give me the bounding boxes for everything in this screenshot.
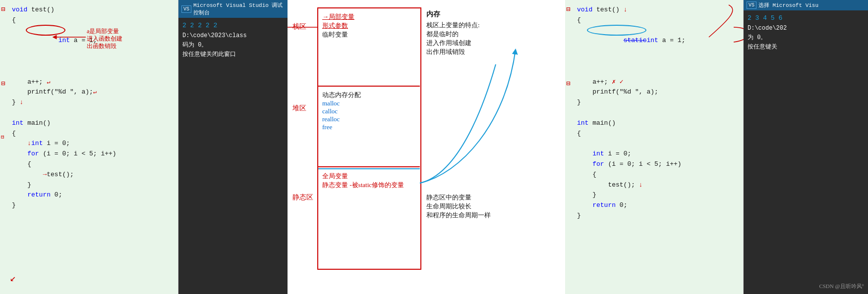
r-code-line-11: int i = 0;: [577, 149, 739, 159]
code-line-1: void test(): [12, 5, 174, 15]
console-line-1: 2 2 2 2 2: [182, 21, 284, 31]
r-code-line-14: test(); ↓: [577, 180, 739, 191]
heap-label: 堆区: [292, 104, 306, 113]
heap-calloc: calloc: [322, 107, 416, 115]
down-arrow-i: ↓: [27, 140, 31, 147]
heap-title: 动态内存分配: [322, 91, 416, 99]
r-console-line-3: 为 0。: [748, 33, 864, 43]
oval-highlight-a: [26, 25, 65, 36]
code-line-8: int main(): [12, 118, 174, 129]
r-code-line-9: {: [577, 129, 739, 139]
keyword-int-1: int: [58, 37, 70, 44]
minus-icon-1: ⊟: [1, 5, 5, 13]
r-code-line-5: printf("%d ", a);: [577, 87, 739, 98]
r-code-line-10: [577, 139, 739, 149]
console-line-2: D:\code\2023\class: [182, 31, 284, 41]
r-keyword-void: void: [577, 6, 592, 13]
static-box: 全局变量 静态变量 -被static修饰的变量: [318, 168, 420, 243]
code-line-4: a++; ↵: [12, 77, 174, 88]
r-int-keyword: int: [646, 37, 658, 44]
r-code-line-1: void test() ↓: [577, 5, 739, 15]
keyword-for: for: [27, 150, 39, 157]
console-content-right: 2 3 4 5 6 D:\code\202 为 0。 按任意键关: [748, 13, 864, 52]
stack-title: →局部变量: [322, 12, 416, 21]
keyword-return: return: [27, 191, 51, 198]
r-code-line-15: }: [577, 190, 739, 200]
r-code-line-8: int main(): [577, 118, 739, 129]
r-static-keyword: static: [624, 37, 647, 44]
console-content-left: 2 2 2 2 2 D:\code\2023\class 码为 0。 按任意键关…: [182, 21, 284, 59]
r-code-line-4: a++; ✗ ✓: [577, 77, 739, 88]
minus-icon-r1: ⊟: [566, 5, 570, 13]
code-line-7: [12, 108, 174, 118]
left-code-panel: ⊟ void test() { int a = 1; a++; ↵ printf…: [0, 0, 178, 294]
stack-label: 栈区: [292, 22, 306, 31]
heap-realloc: realloc: [322, 115, 416, 123]
stack-box: →局部变量 形式参数 临时变量: [318, 10, 420, 87]
code-line-13: →test();: [12, 170, 174, 180]
console-line-4: 按任意键关闭此窗口: [182, 50, 284, 59]
annotation-exit: 出函数销毁: [87, 42, 116, 50]
static-description: 静态区中的变量 生命周期比较长 和程序的生命周期一样: [426, 193, 491, 220]
stack-desc-2: 进入作用域创建: [426, 39, 480, 48]
r-code-line-12: for (i = 0; i < 5; i++): [577, 159, 739, 170]
minus-icon-r2: ⊟: [566, 79, 570, 88]
code-line-9: {: [12, 129, 174, 139]
code-line-10: ↓int i = 0;: [12, 139, 174, 149]
bottom-arrow: ↙: [10, 272, 16, 284]
vs-icon-right: VS: [747, 1, 756, 9]
csdn-watermark: CSDN @且听吟风°: [819, 283, 864, 290]
stack-desc-3: 出作用域销毁: [426, 48, 480, 56]
r-code-line-3: staticint a = 1;: [577, 26, 739, 77]
code-line-2: {: [12, 15, 174, 26]
heap-box: 动态内存分配 malloc calloc realloc free: [318, 88, 420, 167]
down-mark-1: ↓: [20, 98, 24, 106]
r-cross-2: ✓: [620, 78, 624, 86]
return-arrow-1: ↵: [93, 89, 97, 96]
static-label: 静态区: [292, 193, 313, 202]
keyword-int-i: int: [31, 140, 43, 147]
main-container: ⊟ void test() { int a = 1; a++; ↵ printf…: [0, 0, 868, 294]
r-code-line-2: {: [577, 15, 739, 26]
oval-static-highlight: [587, 25, 646, 36]
r-code-line-6: }: [577, 98, 739, 108]
r-code-line-16: return 0;: [577, 200, 739, 211]
right-arrow-test: →: [43, 171, 47, 178]
right-code-block: void test() ↓ { staticint a = 1; a++; ✗ …: [577, 5, 739, 221]
left-console-panel: VS Microsoft Visual Studio 调试控制台 2 2 2 2…: [178, 0, 288, 294]
r-keyword-int-i: int: [592, 150, 604, 157]
minus-icon-3: ⊟: [1, 134, 4, 140]
stack-subtitle: 形式参数: [322, 21, 416, 30]
code-line-11: for (i = 0; i < 5; i++): [12, 149, 174, 159]
memory-title: 内存: [426, 10, 480, 19]
code-line-6: } ↓: [12, 98, 174, 108]
down-arrow-1: ↵: [47, 79, 50, 86]
code-line-16: }: [12, 200, 174, 211]
right-console-panel: VS 选择 Microsoft Visu 2 3 4 5 6 D:\code\2…: [744, 0, 868, 294]
console-title-text-right: 选择 Microsoft Visu: [758, 1, 818, 9]
keyword-int-main: int: [12, 119, 23, 127]
keyword-void: void: [12, 6, 27, 13]
console-title-right: VS 选择 Microsoft Visu: [744, 0, 868, 10]
r-keyword-return: return: [592, 201, 616, 209]
stack-description: 内存 栈区上变量的特点: 都是临时的 进入作用域创建 出作用域销毁: [426, 10, 480, 56]
r-cross-1: ✗: [612, 78, 616, 86]
heap-malloc: malloc: [322, 99, 416, 107]
r-down-arrow: ↓: [639, 181, 643, 189]
diagram-panel: 栈区 →局部变量 形式参数 临时变量 内存 栈区上变量的特点: 都是临时的 进入…: [288, 0, 565, 294]
console-title-text-left: Microsoft Visual Studio 调试控制台: [193, 1, 285, 16]
console-line-3: 码为 0。: [182, 41, 284, 50]
stack-desc-1: 都是临时的: [426, 30, 480, 39]
static-desc-2: 生命周期比较长: [426, 202, 491, 211]
code-line-12: {: [12, 159, 174, 170]
r-keyword-for: for: [592, 160, 604, 168]
right-code-panel: ⊟ void test() ↓ { staticint a = 1; a++; …: [565, 0, 744, 294]
r-console-line-1: 2 3 4 5 6: [748, 13, 864, 24]
static-global: 全局变量: [322, 172, 416, 181]
vs-icon-left: VS: [181, 5, 191, 13]
console-title-left: VS Microsoft Visual Studio 调试控制台: [178, 0, 288, 18]
r-arrow-1: ↓: [624, 6, 628, 13]
minus-icon-2: ⊟: [1, 79, 5, 88]
static-desc-3: 和程序的生命周期一样: [426, 211, 491, 220]
r-code-line-7: [577, 108, 739, 118]
